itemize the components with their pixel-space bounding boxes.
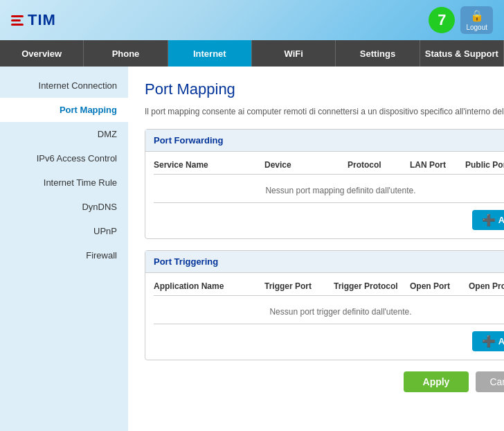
sidebar-item-internet-time-rule[interactable]: Internet Time Rule [0,170,128,195]
port-forwarding-section: Port Forwarding Service Name Device Prot… [145,129,504,239]
logout-icon: 🔒 [470,9,484,22]
port-triggering-add-button[interactable]: ➕ ADD [472,331,504,351]
port-forwarding-table-header: Service Name Device Protocol LAN Port Pu… [154,160,504,175]
sidebar: Internet Connection Port Mapping DMZ IPv… [0,67,128,431]
logo-line-2 [11,19,21,21]
nav-item-status-support[interactable]: Status & Support [420,40,504,67]
sidebar-item-ipv6-access-control[interactable]: IPv6 Access Control [0,146,128,170]
logo-lines-icon [11,15,24,26]
port-triggering-table-header: Application Name Trigger Port Trigger Pr… [154,281,504,296]
main-content: Port Mapping Il port mapping consente ai… [128,67,504,431]
col-device: Device [264,160,348,170]
plus-icon-2: ➕ [482,335,496,348]
logout-button[interactable]: 🔒 Logout [460,6,493,34]
nav-bar: Overview Phone Internet WiFi Settings St… [0,40,504,67]
sidebar-item-internet-connection[interactable]: Internet Connection [0,73,128,98]
logo-text: TIM [28,11,56,29]
port-triggering-body: Application Name Trigger Port Trigger Pr… [145,273,504,360]
sidebar-item-port-mapping[interactable]: Port Mapping [0,98,128,122]
status-badge: 7 [429,7,455,33]
col-lan-port: LAN Port [410,160,465,170]
col-public-port: Public Port [465,160,504,170]
sidebar-item-dmz[interactable]: DMZ [0,122,128,146]
port-triggering-section: Port Triggering Application Name Trigger… [145,250,504,360]
sidebar-item-dyndns[interactable]: DynDNS [0,195,128,219]
logo-line-3 [11,24,24,26]
header: TIM 7 🔒 Logout [0,0,504,40]
port-forwarding-add-label: ADD [498,215,504,225]
port-triggering-header: Port Triggering [145,251,504,273]
logo-line-1 [11,15,24,17]
logo: TIM [11,11,56,29]
header-right: 7 🔒 Logout [429,6,493,34]
col-trigger-port: Trigger Port [264,281,334,291]
col-open-protocol: Open Protocol [469,281,504,291]
apply-button[interactable]: Apply [404,371,469,392]
port-forwarding-add-button[interactable]: ➕ ADD [472,210,504,230]
layout: Internet Connection Port Mapping DMZ IPv… [0,67,504,431]
port-forwarding-empty-message: Nessun port mapping definito dall'utente… [154,179,504,203]
col-service-name: Service Name [154,160,264,170]
nav-item-overview[interactable]: Overview [0,40,84,67]
port-forwarding-body: Service Name Device Protocol LAN Port Pu… [145,152,504,238]
col-application-name: Application Name [154,281,264,291]
port-triggering-add-row: ➕ ADD [154,331,504,351]
nav-item-settings[interactable]: Settings [336,40,420,67]
col-open-port: Open Port [410,281,469,291]
logout-label: Logout [466,24,487,31]
sidebar-item-upnp[interactable]: UPnP [0,219,128,243]
sidebar-item-firewall[interactable]: Firewall [0,243,128,267]
nav-item-internet[interactable]: Internet [168,40,252,67]
port-triggering-empty-message: Nessun port trigger definito dall'utente… [154,300,504,324]
nav-item-phone[interactable]: Phone [84,40,168,67]
plus-icon: ➕ [482,213,496,227]
page-description: Il port mapping consente ai computer rem… [145,105,504,118]
nav-item-wifi[interactable]: WiFi [252,40,336,67]
cancel-button[interactable]: Cancel [476,371,504,392]
col-protocol: Protocol [348,160,410,170]
port-forwarding-add-row: ➕ ADD [154,210,504,230]
port-triggering-add-label: ADD [498,336,504,346]
port-forwarding-header: Port Forwarding [145,130,504,152]
page-title: Port Mapping [145,80,504,98]
bottom-buttons: Apply Cancel [145,371,504,392]
col-trigger-protocol: Trigger Protocol [334,281,410,291]
